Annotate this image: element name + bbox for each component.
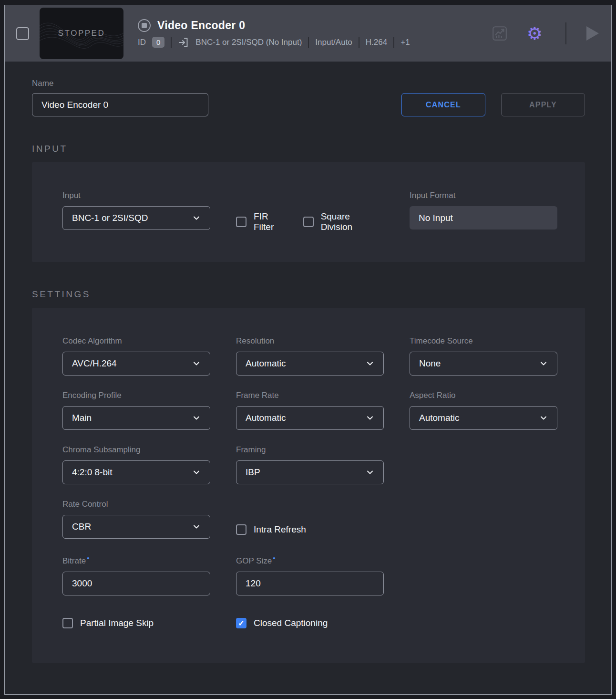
preview-thumbnail: STOPPED xyxy=(40,8,123,59)
meta-resolution-mode: Input/Auto xyxy=(315,38,352,47)
input-section-title: INPUT xyxy=(32,144,585,154)
settings-section-title: SETTINGS xyxy=(32,289,585,300)
divider xyxy=(393,37,394,48)
status-text: STOPPED xyxy=(58,29,105,38)
required-indicator: • xyxy=(87,554,89,562)
chroma-subsampling-select[interactable]: 4:2:0 8-bit xyxy=(62,460,210,484)
chevron-down-icon xyxy=(366,359,374,368)
encoder-settings-card: STOPPED Video Encoder 0 ID 0 BNC-1 or 2 xyxy=(4,5,612,695)
divider xyxy=(565,22,566,44)
intra-refresh-checkbox[interactable]: Intra Refresh xyxy=(236,524,306,535)
gear-icon: ⚙ xyxy=(527,25,543,42)
frame-rate-select[interactable]: Automatic xyxy=(236,406,384,430)
input-format-value: No Input xyxy=(410,206,557,230)
meta-input-source: BNC-1 or 2SI/SQD (No Input) xyxy=(195,38,302,47)
codec-algorithm-label: Codec Algorithm xyxy=(62,336,210,346)
resolution-select[interactable]: Automatic xyxy=(236,352,384,376)
settings-button[interactable]: ⚙ xyxy=(527,25,543,42)
codec-algorithm-select[interactable]: AVC/H.264 xyxy=(62,352,210,376)
statistics-button[interactable] xyxy=(492,25,508,42)
name-label: Name xyxy=(32,79,208,88)
meta-more-count: +1 xyxy=(400,38,410,47)
chevron-down-icon xyxy=(539,359,548,368)
aspect-ratio-label: Aspect Ratio xyxy=(410,391,557,400)
chevron-down-icon xyxy=(192,468,201,477)
chevron-down-icon xyxy=(539,414,548,422)
chevron-down-icon xyxy=(192,522,201,531)
chart-icon xyxy=(492,25,508,42)
divider xyxy=(308,37,309,48)
aspect-ratio-select[interactable]: Automatic xyxy=(410,406,557,430)
chevron-down-icon xyxy=(366,468,374,477)
input-select[interactable]: BNC-1 or 2SI/SQD xyxy=(62,206,210,230)
encoder-header: STOPPED Video Encoder 0 ID 0 BNC-1 or 2 xyxy=(5,5,611,62)
input-format-label: Input Format xyxy=(410,191,557,200)
stopped-status-icon xyxy=(138,19,151,32)
chroma-subsampling-label: Chroma Subsampling xyxy=(62,445,210,455)
timecode-source-label: Timecode Source xyxy=(410,336,557,346)
timecode-source-select[interactable]: None xyxy=(410,352,557,376)
apply-button[interactable]: APPLY xyxy=(501,93,585,116)
meta-codec: H.264 xyxy=(366,38,387,47)
partial-image-skip-checkbox[interactable]: Partial Image Skip xyxy=(62,618,210,628)
closed-captioning-checkbox[interactable]: ✓ Closed Captioning xyxy=(236,618,384,628)
select-encoder-checkbox[interactable] xyxy=(16,27,29,40)
rate-control-select[interactable]: CBR xyxy=(62,515,210,539)
checkbox-icon xyxy=(236,524,246,535)
chevron-down-icon xyxy=(366,414,374,422)
gop-size-label: GOP Size• xyxy=(236,554,384,566)
id-badge: 0 xyxy=(152,37,164,48)
divider xyxy=(359,37,359,48)
square-division-checkbox[interactable]: Square Division xyxy=(303,211,384,232)
input-source-icon xyxy=(178,37,189,48)
resolution-label: Resolution xyxy=(236,336,384,346)
chevron-down-icon xyxy=(192,214,201,222)
checkbox-icon xyxy=(62,618,73,628)
name-input[interactable] xyxy=(32,93,208,116)
fir-filter-checkbox[interactable]: FIR Filter xyxy=(236,211,291,232)
encoding-profile-select[interactable]: Main xyxy=(62,406,210,430)
encoding-profile-label: Encoding Profile xyxy=(62,391,210,400)
chevron-down-icon xyxy=(192,359,201,368)
input-select-value: BNC-1 or 2SI/SQD xyxy=(72,213,148,223)
input-label: Input xyxy=(62,191,210,200)
gop-size-input[interactable] xyxy=(236,572,384,595)
framing-label: Framing xyxy=(236,445,384,455)
chevron-down-icon xyxy=(192,414,201,422)
play-button[interactable] xyxy=(586,26,599,41)
required-indicator: • xyxy=(273,554,275,562)
checkbox-icon xyxy=(236,217,246,227)
id-label: ID xyxy=(138,38,146,47)
bitrate-input[interactable] xyxy=(62,572,210,595)
rate-control-label: Rate Control xyxy=(62,500,210,509)
checkbox-icon xyxy=(303,217,314,227)
checkbox-checked-icon: ✓ xyxy=(236,618,246,628)
bitrate-label: Bitrate• xyxy=(62,554,210,566)
framing-select[interactable]: IBP xyxy=(236,460,384,484)
input-panel: Input BNC-1 or 2SI/SQD FIR Filter xyxy=(32,162,585,262)
frame-rate-label: Frame Rate xyxy=(236,391,384,400)
cancel-button[interactable]: CANCEL xyxy=(401,93,485,116)
settings-panel: Codec Algorithm AVC/H.264 Resolution Aut… xyxy=(32,308,585,663)
divider xyxy=(171,37,172,48)
encoder-title: Video Encoder 0 xyxy=(157,19,245,32)
